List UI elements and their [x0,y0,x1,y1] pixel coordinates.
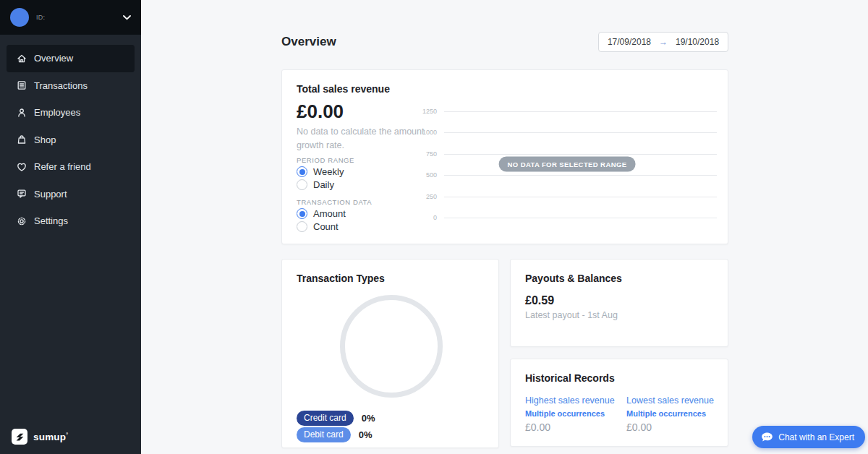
card-title: Transaction Types [297,273,385,284]
gear-icon [16,215,27,227]
sidebar-menu: Overview Transactions Employees Shop Ref… [0,45,141,235]
chat-with-expert-button[interactable]: Chat with an Expert [752,426,865,448]
highest-sales-column: Highest sales revenue Multiple occurrenc… [525,395,626,433]
chat-button-label: Chat with an Expert [778,432,854,442]
transactions-icon [16,80,27,91]
legend-credit-card: Credit card 0% [297,411,375,426]
y-tick: 1250 [404,108,437,115]
chat-bubble-icon [761,432,773,442]
card-title: Historical Records [525,372,615,384]
arrow-right-icon: → [659,37,668,47]
sumup-logo-text: sumup° [33,432,68,442]
lowest-sales-column: Lowest sales revenue Multiple occurrence… [626,395,728,433]
payouts-balances-card: Payouts & Balances £0.59 Latest payout -… [510,259,728,347]
occurrences-link[interactable]: Multiple occurrences [525,409,626,418]
sumup-logo-icon [12,429,27,445]
sidebar-item-label: Refer a friend [34,161,91,172]
y-tick: 1000 [404,129,437,136]
sidebar-item-settings[interactable]: Settings [7,207,135,235]
donut-chart [340,295,443,398]
transaction-types-card: Transaction Types Credit card 0% Debit c… [281,259,499,448]
account-id-label: ID: [36,14,123,21]
sidebar-item-label: Employees [34,107,80,118]
card-title: Payouts & Balances [525,273,622,284]
total-sales-revenue-card: Total sales revenue £0.00 No data to cal… [281,69,728,244]
support-icon [16,188,27,200]
gridline: 250 [444,197,717,197]
sidebar-item-refer-a-friend[interactable]: Refer a friend [7,153,135,181]
historical-records-card: Historical Records Highest sales revenue… [510,359,728,447]
payout-subtitle: Latest payout - 1st Aug [525,310,618,320]
legend-value: 0% [362,413,375,424]
gridline: 1250 [444,111,717,112]
sidebar-item-transactions[interactable]: Transactions [7,72,135,100]
legend-debit-card: Debit card 0% [297,427,373,442]
y-tick: 0 [404,214,437,221]
sidebar: ID: Overview Transactions Employees [0,0,141,454]
y-tick: 750 [404,150,437,158]
y-tick: 500 [404,171,437,179]
sumup-logo: sumup° [12,429,68,445]
gridline: 0 [444,218,717,218]
lowest-sales-amount: £0.00 [626,421,728,433]
no-data-badge: NO DATA FOR SELECTED RANGE [499,157,636,172]
date-start[interactable]: 17/09/2018 [608,37,651,47]
shop-icon [16,134,27,145]
employees-icon [16,107,27,119]
occurrences-link[interactable]: Multiple occurrences [626,409,728,418]
sidebar-item-overview[interactable]: Overview [7,45,135,72]
sidebar-item-support[interactable]: Support [7,181,135,208]
page-title: Overview [281,35,336,49]
sidebar-item-label: Transactions [34,80,88,91]
chevron-down-icon[interactable] [123,15,131,20]
sidebar-item-employees[interactable]: Employees [7,99,135,127]
home-icon [16,53,27,64]
legend-chip: Credit card [297,411,354,426]
legend-value: 0% [359,429,373,440]
highest-sales-amount: £0.00 [525,421,626,433]
avatar [10,8,29,27]
sales-chart: 1250 1000 750 500 250 0 NO DATA FOR SELE… [282,70,728,244]
date-range-picker[interactable]: 17/09/2018 → 19/10/2018 [598,32,728,52]
gridline: 500 [444,175,717,176]
sidebar-item-label: Shop [34,134,56,145]
sidebar-item-shop[interactable]: Shop [7,127,135,154]
lowest-sales-link[interactable]: Lowest sales revenue [626,395,728,406]
date-end[interactable]: 19/10/2018 [676,37,719,47]
legend-chip: Debit card [297,427,351,442]
y-tick: 250 [404,193,437,200]
sidebar-item-label: Support [34,189,67,200]
highest-sales-link[interactable]: Highest sales revenue [525,395,626,406]
sidebar-item-label: Overview [34,53,73,64]
gridline: 1000 [444,132,717,133]
gridline: 750 [444,154,717,155]
account-menu[interactable]: ID: [0,0,141,35]
payout-amount: £0.59 [525,294,554,307]
sidebar-item-label: Settings [34,215,68,226]
heart-icon [16,161,27,173]
